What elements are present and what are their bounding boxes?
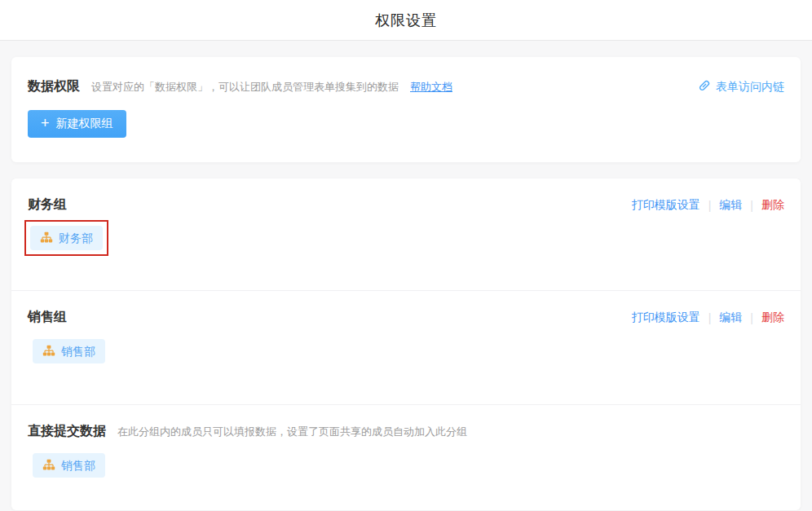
main-content: 数据权限 设置对应的「数据权限」，可以让团队成员管理表单搜集到的数据 帮助文档 … <box>0 41 812 510</box>
new-permission-group-button[interactable]: + 新建权限组 <box>28 110 126 138</box>
department-tag: 销售部 <box>33 339 105 363</box>
org-chart-icon <box>40 231 53 244</box>
delete-link[interactable]: 删除 <box>761 198 784 213</box>
annotation-highlight-box: 财务部 <box>24 220 108 256</box>
edit-link[interactable]: 编辑 <box>719 311 742 325</box>
department-tag: 销售部 <box>33 453 105 478</box>
data-permission-description: 设置对应的「数据权限」，可以让团队成员管理表单搜集到的数据 <box>91 80 399 95</box>
page-header: 权限设置 <box>0 0 812 41</box>
section-header-left: 财务组 <box>28 196 632 214</box>
permission-group-section-finance: 财务组 打印模版设置 | 编辑 | 删除 <box>11 178 801 290</box>
page-title: 权限设置 <box>375 11 437 30</box>
tag-row: 销售部 <box>33 339 784 363</box>
section-header: 销售组 打印模版设置 | 编辑 | 删除 <box>28 309 784 326</box>
link-icon <box>698 79 711 95</box>
plus-icon: + <box>41 116 50 130</box>
section-header-left: 销售组 <box>28 309 632 326</box>
data-permission-card: 数据权限 设置对应的「数据权限」，可以让团队成员管理表单搜集到的数据 帮助文档 … <box>11 57 801 162</box>
group-name: 财务组 <box>28 196 67 214</box>
permission-group-section-sales: 销售组 打印模版设置 | 编辑 | 删除 <box>11 290 801 404</box>
permission-groups-card: 财务组 打印模版设置 | 编辑 | 删除 <box>11 178 801 510</box>
print-template-settings-link[interactable]: 打印模版设置 <box>632 198 700 213</box>
org-chart-icon <box>42 459 55 472</box>
action-separator: | <box>708 311 712 324</box>
action-separator: | <box>750 199 753 212</box>
group-description: 在此分组内的成员只可以填报数据，设置了页面共享的成员自动加入此分组 <box>117 425 467 439</box>
group-actions: 打印模版设置 | 编辑 | 删除 <box>632 311 784 325</box>
print-template-settings-link[interactable]: 打印模版设置 <box>632 311 700 325</box>
data-permission-title: 数据权限 <box>28 78 80 95</box>
form-access-link-label: 表单访问内链 <box>716 80 784 95</box>
delete-link[interactable]: 删除 <box>761 311 784 325</box>
edit-link[interactable]: 编辑 <box>719 198 742 213</box>
section-header-left: 直接提交数据 在此分组内的成员只可以填报数据，设置了页面共享的成员自动加入此分组 <box>28 423 784 440</box>
action-separator: | <box>708 199 712 212</box>
action-separator: | <box>750 311 753 324</box>
form-access-link[interactable]: 表单访问内链 <box>698 79 784 95</box>
new-permission-group-button-label: 新建权限组 <box>56 117 113 131</box>
section-header: 直接提交数据 在此分组内的成员只可以填报数据，设置了页面共享的成员自动加入此分组 <box>28 423 784 440</box>
help-doc-link[interactable]: 帮助文档 <box>410 80 452 95</box>
data-permission-header-row: 数据权限 设置对应的「数据权限」，可以让团队成员管理表单搜集到的数据 帮助文档 … <box>28 78 784 95</box>
org-chart-icon <box>42 345 55 358</box>
tag-row: 销售部 <box>33 453 784 478</box>
group-name: 销售组 <box>28 309 67 326</box>
group-name: 直接提交数据 <box>28 423 106 440</box>
department-tag: 财务部 <box>30 226 103 250</box>
permission-group-section-direct-submit: 直接提交数据 在此分组内的成员只可以填报数据，设置了页面共享的成员自动加入此分组 <box>11 404 801 510</box>
section-header: 财务组 打印模版设置 | 编辑 | 删除 <box>28 196 784 214</box>
group-actions: 打印模版设置 | 编辑 | 删除 <box>632 198 784 213</box>
